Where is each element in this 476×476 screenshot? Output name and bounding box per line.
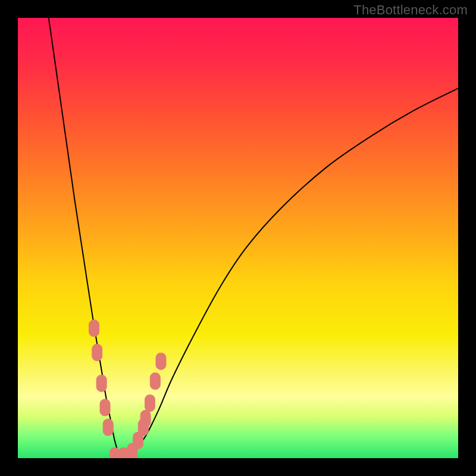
background-gradient [18,18,458,458]
plot-area [18,18,458,458]
svg-rect-0 [18,18,458,458]
chart-frame: TheBottleneck.com [0,0,476,476]
watermark-text: TheBottleneck.com [353,2,468,18]
